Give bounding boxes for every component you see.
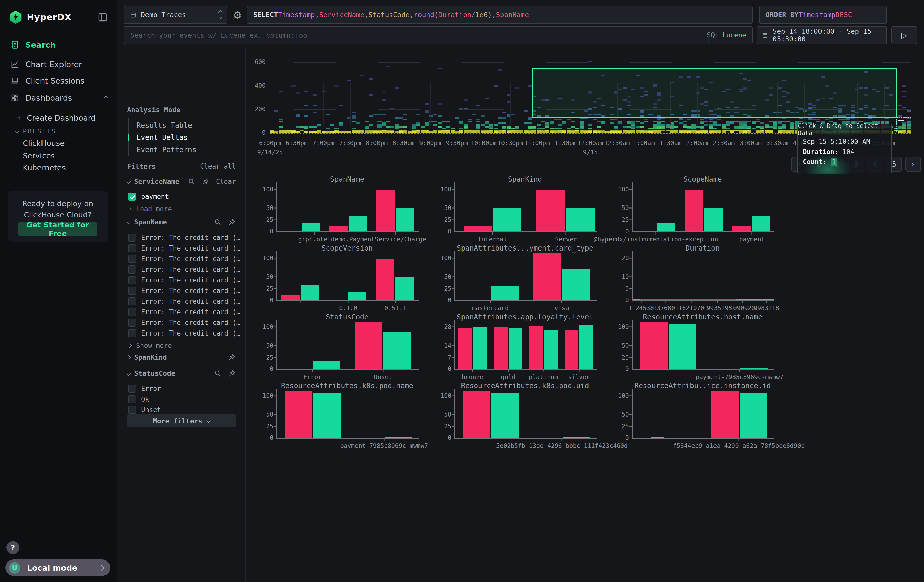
analysis-mode-event-patterns[interactable]: Event Patterns	[137, 143, 228, 156]
filter-item[interactable]: Unset	[128, 405, 234, 415]
filter-item[interactable]: Error: The credit card (…	[128, 318, 234, 328]
heatmap-x-tick: 1:00am	[633, 140, 655, 147]
sql-token: 1e6	[475, 11, 488, 19]
date-range-picker[interactable]: Sep 14 18:00:00 - Sep 15 05:30:00	[757, 26, 887, 44]
more-filters-button[interactable]: More filters	[127, 414, 236, 427]
analysis-mode-results-table[interactable]: Results Table	[137, 119, 228, 131]
language-toggle[interactable]: SQL | Lucene	[707, 31, 746, 39]
checkbox-unchecked[interactable]	[128, 308, 136, 316]
pagination-button-›[interactable]: ›	[905, 157, 921, 171]
filter-item[interactable]: Error: The credit card (…	[128, 275, 234, 285]
checkbox-unchecked[interactable]	[128, 406, 136, 414]
filter-group-header-servicename[interactable]: ServiceNameClear	[127, 178, 236, 185]
filter-item[interactable]: Error: The credit card (…	[128, 286, 234, 296]
pin-icon[interactable]	[228, 218, 236, 226]
checkbox-unchecked[interactable]	[128, 329, 136, 337]
search-icon[interactable]	[214, 218, 222, 226]
pin-icon[interactable]	[228, 370, 236, 377]
inlier-bar	[473, 327, 487, 369]
chevron-down-icon[interactable]	[127, 220, 131, 224]
gridline	[297, 61, 297, 133]
filter-item[interactable]: Error: The credit card (…	[128, 232, 234, 243]
clear-all-button[interactable]: Clear all	[200, 162, 236, 170]
filter-group-header-spanname[interactable]: SpanName	[127, 218, 236, 226]
filter-item[interactable]: Error	[128, 384, 234, 394]
checkbox-unchecked[interactable]	[128, 297, 136, 305]
filter-item[interactable]: payment	[128, 191, 234, 202]
filter-item[interactable]: Error: The credit card (…	[128, 264, 234, 275]
checkbox-checked[interactable]	[128, 193, 136, 201]
order-by-input[interactable]: ORDER BY Timestamp DESC	[759, 6, 887, 24]
checkbox-unchecked[interactable]	[128, 255, 136, 263]
tooltip-count: Count: 1	[803, 158, 891, 166]
sidebar-preset-services[interactable]: Services	[0, 150, 116, 162]
checkbox-unchecked[interactable]	[128, 395, 136, 403]
clear-filter-button[interactable]: Clear	[216, 178, 236, 185]
x-tick-mark	[691, 301, 692, 303]
sidebar-item-client-sessions[interactable]: Client Sessions	[0, 73, 116, 88]
presets-toggle[interactable]: PRESETS	[0, 125, 116, 137]
filter-item[interactable]: Ok	[128, 394, 234, 404]
search-input[interactable]: Search your events w/ Lucene ex. column:…	[124, 26, 753, 44]
y-tick-label: 0	[448, 365, 451, 373]
filter-item[interactable]: Error: The credit card (…	[128, 254, 234, 264]
filter-item[interactable]: Error: The credit card (…	[128, 328, 234, 338]
get-started-button[interactable]: Get Started for Free	[18, 223, 97, 236]
gear-icon[interactable]: ⚙	[232, 10, 243, 21]
source-select[interactable]: Demo Traces	[124, 6, 228, 24]
checkbox-unchecked[interactable]	[128, 385, 136, 393]
checkbox-unchecked[interactable]	[128, 287, 136, 295]
checkbox-unchecked[interactable]	[128, 244, 136, 252]
y-tick-mark	[274, 357, 277, 358]
filter-item[interactable]: Error: The credit card (…	[128, 243, 234, 253]
x-tick-label: payment-7985c8969c-mwmw7	[340, 442, 428, 449]
select-clause-input[interactable]: SELECT Timestamp, ServiceName, StatusCod…	[247, 6, 753, 24]
chevron-up-icon	[104, 96, 108, 100]
pin-icon[interactable]	[228, 353, 236, 361]
chevron-right-icon	[127, 344, 132, 348]
x-tick-mark	[739, 370, 740, 372]
load-more-link[interactable]: Load more	[128, 205, 204, 213]
y-tick-label: 25	[266, 285, 274, 292]
lucene-toggle[interactable]: Lucene	[722, 31, 746, 39]
sidebar-preset-clickhouse[interactable]: ClickHouse	[0, 137, 116, 149]
y-tick-mark	[274, 189, 277, 190]
user-menu[interactable]: U Local mode	[5, 559, 110, 576]
search-icon[interactable]	[214, 370, 222, 377]
run-query-button[interactable]: ▷	[891, 26, 917, 44]
outlier-bar	[733, 226, 751, 231]
sidebar-preset-kubernetes[interactable]: Kubernetes	[0, 162, 116, 173]
search-icon[interactable]	[188, 178, 195, 185]
analysis-mode-event-deltas[interactable]: Event Deltas	[137, 131, 228, 143]
chevron-down-icon[interactable]	[127, 180, 131, 184]
y-tick-label: 100	[441, 392, 451, 399]
sidebar-item-chart-explorer[interactable]: Chart Explorer	[0, 57, 116, 72]
chart-title: ResourceAttributes.k8s.pod.name	[261, 382, 433, 390]
chevron-down-icon	[15, 129, 20, 134]
y-tick-mark	[629, 326, 632, 327]
show-more-link[interactable]: Show more	[128, 342, 204, 350]
help-button[interactable]: ?	[6, 541, 20, 554]
create-dashboard-button[interactable]: Create Dashboard	[0, 112, 116, 124]
filter-group-header-spankind[interactable]: SpanKind	[127, 353, 236, 361]
chevron-down-icon[interactable]	[127, 371, 131, 376]
inlier-bar	[509, 328, 523, 369]
checkbox-unchecked[interactable]	[128, 234, 136, 242]
outlier-bar	[329, 226, 348, 231]
checkbox-unchecked[interactable]	[128, 265, 136, 274]
checkbox-unchecked[interactable]	[128, 318, 136, 326]
collapse-sidebar-icon[interactable]	[97, 12, 108, 23]
sidebar-item-dashboards[interactable]: Dashboards	[0, 91, 116, 105]
sidebar-item-search[interactable]: Search	[0, 38, 116, 52]
filter-group-header-statuscode[interactable]: StatusCode	[127, 369, 236, 377]
filter-item[interactable]: Error: The credit card (…	[128, 307, 234, 317]
filter-item-label: Unset	[141, 406, 161, 414]
inlier-bar	[313, 393, 341, 438]
checkbox-unchecked[interactable]	[128, 276, 136, 284]
sql-token: DESC	[835, 11, 852, 19]
sql-token: SELECT	[253, 11, 278, 19]
y-tick-mark	[452, 396, 455, 396]
filter-item[interactable]: Error: The credit card (…	[128, 296, 234, 307]
pin-icon[interactable]	[202, 178, 210, 185]
chevron-right-icon[interactable]	[127, 355, 131, 359]
